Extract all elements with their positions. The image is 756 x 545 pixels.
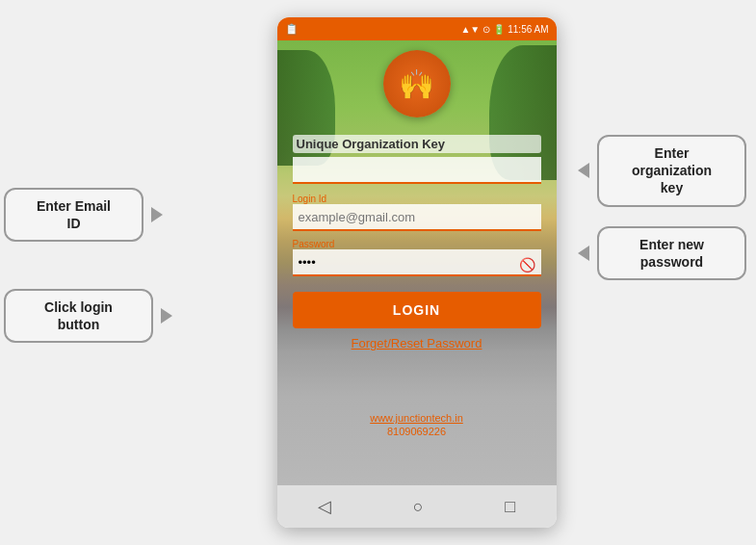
password-label: Password [293,239,541,249]
callout-click-login-text: Click loginbutton [44,299,113,332]
callout-enter-org-text: Enterorganizationkey [632,145,712,195]
people-icon: 🙌 [399,67,434,101]
password-input[interactable] [293,249,541,276]
email-input[interactable] [293,204,541,231]
back-button[interactable]: ◁ [308,492,341,521]
phone-screen: 🙌 Unique Organization Key Login Id Passw… [277,40,557,485]
recent-button[interactable]: □ [495,493,525,521]
callout-enter-password-text: Enter newpassword [639,237,704,270]
org-key-label: Unique Organization Key [293,135,541,153]
callout-enter-password: Enter newpassword [597,226,746,280]
notification-icon: 📋 [285,23,299,36]
footer-info: www.junctiontech.in 8109069226 [277,412,557,437]
signal-icon: ▲▼ [460,24,480,35]
phone-number: 8109069226 [277,426,557,437]
status-bar: 📋 ▲▼ ⊙ 🔋 11:56 AM [277,17,557,40]
status-icons: ▲▼ ⊙ 🔋 11:56 AM [460,24,548,35]
login-id-label: Login Id [293,194,541,204]
callout-enter-org-key: Enterorganizationkey [597,135,746,207]
login-form: Unique Organization Key Login Id Passwor… [277,127,557,358]
home-button[interactable]: ○ [404,493,433,521]
callout-click-login: Click loginbutton [4,289,153,343]
website-link[interactable]: www.junctiontech.in [277,412,557,424]
callout-enter-email: Enter EmailID [4,188,143,242]
app-logo: 🙌 [383,50,451,117]
phone-mockup: 📋 ▲▼ ⊙ 🔋 11:56 AM 🙌 Unique Organization … [277,17,557,528]
battery-icon: 🔋 [493,24,505,35]
login-button[interactable]: LOGIN [293,292,541,328]
time-label: 11:56 AM [508,24,548,35]
eye-toggle-icon[interactable]: 🚫 [519,257,535,272]
forget-password-link[interactable]: Forget/Reset Password [293,336,541,350]
wifi-icon: ⊙ [482,24,490,35]
navigation-bar: ◁ ○ □ [277,485,557,528]
org-key-input[interactable] [293,157,541,184]
password-wrapper: 🚫 [293,249,541,280]
callout-enter-email-text: Enter EmailID [37,198,111,231]
